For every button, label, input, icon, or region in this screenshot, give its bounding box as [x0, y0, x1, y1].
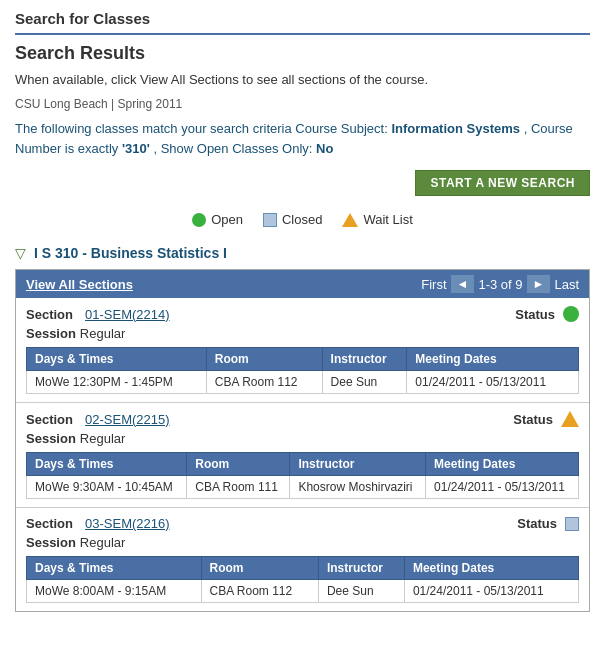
table-row: MoWe 8:00AM - 9:15AMCBA Room 112Dee Sun0… — [27, 580, 579, 603]
legend-waitlist: Wait List — [342, 212, 412, 227]
table-header: Days & Times — [27, 348, 207, 371]
session-value-3: Regular — [80, 535, 126, 550]
section-label-2: Section — [26, 412, 81, 427]
table-cell: CBA Room 112 — [206, 371, 322, 394]
view-all-sections-link[interactable]: View All Sections — [26, 277, 133, 292]
legend-waitlist-label: Wait List — [363, 212, 412, 227]
section-link-3[interactable]: 03-SEM(2216) — [85, 516, 170, 531]
criteria-text-3: , Show Open Classes Only: — [153, 141, 312, 156]
section-heading: Search Results — [15, 43, 590, 64]
table-header: Meeting Dates — [407, 348, 579, 371]
table-header: Meeting Dates — [404, 557, 578, 580]
table-cell: CBA Room 111 — [187, 476, 290, 499]
status-waitlist-icon-2 — [561, 411, 579, 427]
session-value-1: Regular — [80, 326, 126, 341]
status-label-1: Status — [515, 307, 555, 322]
section-block-3: Section03-SEM(2216)StatusSessionRegularD… — [16, 508, 589, 611]
table-header: Instructor — [322, 348, 407, 371]
session-label-2: Session — [26, 431, 76, 446]
table-cell: 01/24/2011 - 05/13/2011 — [407, 371, 579, 394]
start-new-search-button[interactable]: START A NEW SEARCH — [415, 170, 590, 196]
table-cell: CBA Room 112 — [201, 580, 318, 603]
table-cell: Dee Sun — [322, 371, 407, 394]
section-link-2[interactable]: 02-SEM(2215) — [85, 412, 170, 427]
table-row: MoWe 12:30PM - 1:45PMCBA Room 112Dee Sun… — [27, 371, 579, 394]
page-title: Search for Classes — [15, 10, 590, 35]
sections-table-wrapper: View All Sections First ◄ 1-3 of 9 ► Las… — [15, 269, 590, 612]
page-container: Search for Classes Search Results When a… — [0, 0, 605, 632]
table-header: Days & Times — [27, 453, 187, 476]
criteria-text: The following classes match your search … — [15, 119, 590, 158]
status-closed-icon-3 — [565, 517, 579, 531]
session-row-2: SessionRegular — [26, 431, 579, 446]
criteria-subject: Information Systems — [391, 121, 520, 136]
table-cell: MoWe 8:00AM - 9:15AM — [27, 580, 202, 603]
pagination-info: 1-3 of 9 — [478, 277, 522, 292]
status-label-2: Status — [513, 412, 553, 427]
table-header: Room — [187, 453, 290, 476]
section-label-1: Section — [26, 307, 81, 322]
course-header: ▽ I S 310 - Business Statistics I — [15, 245, 590, 261]
first-label: First — [421, 277, 446, 292]
table-cell: MoWe 12:30PM - 1:45PM — [27, 371, 207, 394]
section-row-1: Section01-SEM(2214)Status — [26, 306, 579, 322]
criteria-number: '310' — [122, 141, 150, 156]
table-cell: Dee Sun — [318, 580, 404, 603]
section-block-1: Section01-SEM(2214)StatusSessionRegularD… — [16, 298, 589, 403]
table-header: Room — [206, 348, 322, 371]
section-table-3: Days & TimesRoomInstructorMeeting DatesM… — [26, 556, 579, 603]
status-open-icon-1 — [563, 306, 579, 322]
legend-open-label: Open — [211, 212, 243, 227]
status-label-3: Status — [517, 516, 557, 531]
table-header: Instructor — [318, 557, 404, 580]
session-row-1: SessionRegular — [26, 326, 579, 341]
session-label-3: Session — [26, 535, 76, 550]
waitlist-icon — [342, 213, 358, 227]
sections-bar: View All Sections First ◄ 1-3 of 9 ► Las… — [16, 270, 589, 298]
section-table-2: Days & TimesRoomInstructorMeeting DatesM… — [26, 452, 579, 499]
course-title: I S 310 - Business Statistics I — [34, 245, 227, 261]
criteria-text-1: The following classes match your search … — [15, 121, 388, 136]
table-cell: 01/24/2011 - 05/13/2011 — [426, 476, 579, 499]
session-row-3: SessionRegular — [26, 535, 579, 550]
sections-container: Section01-SEM(2214)StatusSessionRegularD… — [16, 298, 589, 611]
section-row-2: Section02-SEM(2215)Status — [26, 411, 579, 427]
table-header: Room — [201, 557, 318, 580]
last-label: Last — [554, 277, 579, 292]
legend-closed-label: Closed — [282, 212, 322, 227]
section-row-3: Section03-SEM(2216)Status — [26, 516, 579, 531]
table-row: MoWe 9:30AM - 10:45AMCBA Room 111Khosrow… — [27, 476, 579, 499]
course-arrow-icon: ▽ — [15, 245, 26, 261]
session-label-1: Session — [26, 326, 76, 341]
table-header: Instructor — [290, 453, 426, 476]
next-page-button[interactable]: ► — [527, 275, 551, 293]
table-header: Meeting Dates — [426, 453, 579, 476]
section-block-2: Section02-SEM(2215)StatusSessionRegularD… — [16, 403, 589, 508]
table-cell: 01/24/2011 - 05/13/2011 — [404, 580, 578, 603]
legend-row: Open Closed Wait List — [15, 206, 590, 233]
criteria-open-only: No — [316, 141, 333, 156]
legend-open: Open — [192, 212, 243, 227]
legend-closed: Closed — [263, 212, 322, 227]
table-cell: MoWe 9:30AM - 10:45AM — [27, 476, 187, 499]
table-header: Days & Times — [27, 557, 202, 580]
pagination: First ◄ 1-3 of 9 ► Last — [421, 275, 579, 293]
section-link-1[interactable]: 01-SEM(2214) — [85, 307, 170, 322]
prev-page-button[interactable]: ◄ — [451, 275, 475, 293]
section-label-3: Section — [26, 516, 81, 531]
section-table-1: Days & TimesRoomInstructorMeeting DatesM… — [26, 347, 579, 394]
session-value-2: Regular — [80, 431, 126, 446]
table-cell: Khosrow Moshirvaziri — [290, 476, 426, 499]
description-text: When available, click View All Sections … — [15, 72, 590, 87]
closed-icon — [263, 213, 277, 227]
context-text: CSU Long Beach | Spring 2011 — [15, 97, 590, 111]
search-btn-row: START A NEW SEARCH — [15, 170, 590, 196]
open-icon — [192, 213, 206, 227]
